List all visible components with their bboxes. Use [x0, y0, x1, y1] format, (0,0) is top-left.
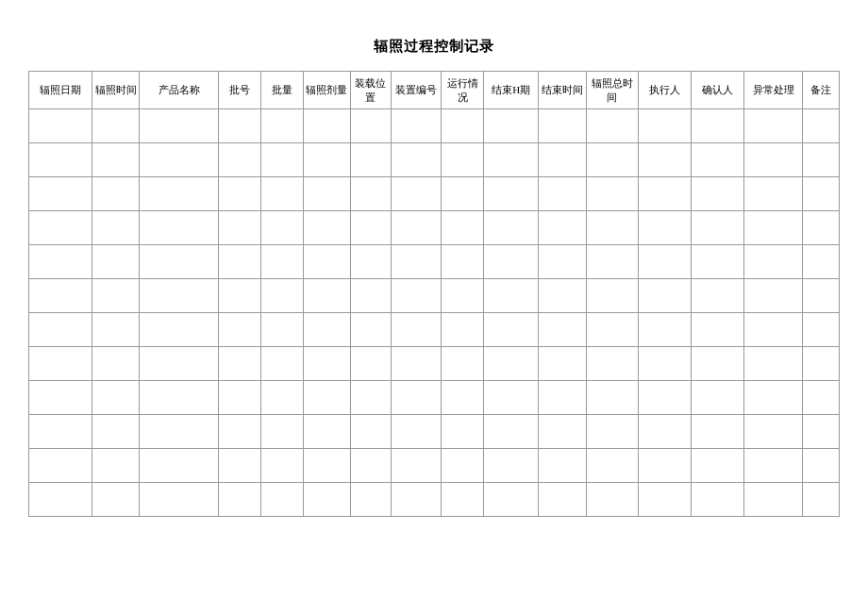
cell-name — [140, 415, 219, 449]
cell-devnum — [391, 449, 442, 483]
cell-status — [442, 143, 484, 177]
cell-time — [92, 109, 140, 143]
cell-dose — [303, 347, 350, 381]
cell-dose — [303, 245, 350, 279]
cell-note — [802, 245, 839, 279]
cell-pos — [351, 245, 392, 279]
cell-status — [442, 279, 484, 313]
cell-devnum — [391, 415, 442, 449]
cell-confirm — [692, 245, 744, 279]
cell-time — [92, 143, 140, 177]
table-row — [29, 245, 840, 279]
cell-dose — [303, 483, 350, 517]
page-title: 辐照过程控制记录 — [28, 38, 840, 56]
cell-time — [92, 211, 140, 245]
cell-batch — [219, 483, 261, 517]
cell-abnormal — [744, 415, 803, 449]
table-row — [29, 415, 840, 449]
cell-confirm — [692, 347, 744, 381]
cell-note — [802, 449, 839, 483]
cell-time — [92, 313, 140, 347]
record-table: 辐照日期辐照时间产品名称批号批量辐照剂量装载位置装置编号运行情况结束H期结束时间… — [28, 71, 840, 517]
cell-status — [442, 211, 484, 245]
cell-devnum — [391, 483, 442, 517]
cell-pos — [351, 381, 392, 415]
cell-confirm — [692, 449, 744, 483]
header-name: 产品名称 — [140, 72, 219, 109]
cell-end — [484, 177, 539, 211]
cell-quantity — [261, 109, 304, 143]
cell-totaltime — [586, 347, 639, 381]
cell-abnormal — [744, 483, 803, 517]
cell-pos — [351, 109, 392, 143]
cell-confirm — [692, 177, 744, 211]
cell-pos — [351, 415, 392, 449]
cell-name — [140, 313, 219, 347]
cell-quantity — [261, 313, 304, 347]
cell-exec — [639, 415, 692, 449]
cell-endtime — [539, 483, 586, 517]
table-row — [29, 483, 840, 517]
cell-note — [802, 381, 839, 415]
cell-status — [442, 381, 484, 415]
cell-exec — [639, 143, 692, 177]
cell-batch — [219, 449, 261, 483]
cell-batch — [219, 109, 261, 143]
cell-batch — [219, 279, 261, 313]
cell-quantity — [261, 245, 304, 279]
cell-end — [484, 347, 539, 381]
header-end: 结束H期 — [484, 72, 539, 109]
cell-abnormal — [744, 143, 803, 177]
cell-dose — [303, 279, 350, 313]
cell-batch — [219, 381, 261, 415]
header-batch: 批号 — [219, 72, 261, 109]
cell-end — [484, 143, 539, 177]
cell-endtime — [539, 381, 586, 415]
cell-pos — [351, 483, 392, 517]
cell-quantity — [261, 279, 304, 313]
cell-exec — [639, 483, 692, 517]
cell-exec — [639, 449, 692, 483]
cell-batch — [219, 143, 261, 177]
cell-totaltime — [586, 143, 639, 177]
cell-pos — [351, 449, 392, 483]
cell-batch — [219, 415, 261, 449]
cell-totaltime — [586, 381, 639, 415]
cell-endtime — [539, 177, 586, 211]
cell-exec — [639, 279, 692, 313]
cell-end — [484, 279, 539, 313]
cell-abnormal — [744, 347, 803, 381]
cell-date — [29, 381, 92, 415]
cell-exec — [639, 313, 692, 347]
cell-devnum — [391, 347, 442, 381]
cell-time — [92, 381, 140, 415]
table-row — [29, 279, 840, 313]
cell-pos — [351, 143, 392, 177]
cell-endtime — [539, 143, 586, 177]
cell-pos — [351, 279, 392, 313]
cell-end — [484, 109, 539, 143]
cell-confirm — [692, 415, 744, 449]
header-dose: 辐照剂量 — [303, 72, 350, 109]
cell-pos — [351, 313, 392, 347]
cell-date — [29, 143, 92, 177]
cell-end — [484, 415, 539, 449]
cell-endtime — [539, 245, 586, 279]
cell-totaltime — [586, 483, 639, 517]
cell-endtime — [539, 211, 586, 245]
cell-devnum — [391, 381, 442, 415]
cell-date — [29, 211, 92, 245]
cell-name — [140, 449, 219, 483]
header-confirm: 确认人 — [692, 72, 744, 109]
header-exec: 执行人 — [639, 72, 692, 109]
cell-date — [29, 415, 92, 449]
page: 辐照过程控制记录 辐照日期辐照时间产品名称批号批量辐照剂量装载位置装置编号运行情… — [0, 0, 868, 614]
header-endtime: 结束时间 — [539, 72, 586, 109]
cell-abnormal — [744, 177, 803, 211]
cell-status — [442, 347, 484, 381]
cell-time — [92, 347, 140, 381]
cell-dose — [303, 449, 350, 483]
cell-dose — [303, 313, 350, 347]
cell-abnormal — [744, 313, 803, 347]
cell-confirm — [692, 279, 744, 313]
